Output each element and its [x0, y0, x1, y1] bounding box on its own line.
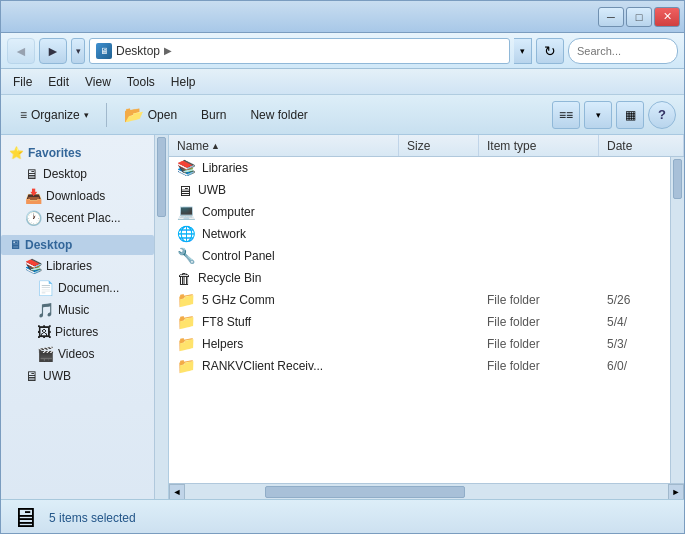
back-button[interactable]: ◄ [7, 38, 35, 64]
nav-documents[interactable]: 📄 Documen... [1, 277, 154, 299]
nav-dropdown-button[interactable]: ▾ [71, 38, 85, 64]
file-item-uwb[interactable]: 🖥 UWB [169, 179, 670, 201]
file-item-5ghz[interactable]: 📁 5 GHz Comm File folder 5/26 [169, 289, 670, 311]
maximize-button[interactable]: □ [626, 7, 652, 27]
videos-nav-icon: 🎬 [37, 346, 54, 362]
desktop-nav-icon: 🖥 [25, 166, 39, 182]
file-header: Name ▲ Size Item type Date [169, 135, 684, 157]
nav-libraries-label: Libraries [46, 259, 92, 273]
search-input[interactable] [577, 45, 685, 57]
file-item-name-ft8: 📁 FT8 Stuff [169, 313, 399, 331]
file-item-network[interactable]: 🌐 Network [169, 223, 670, 245]
h-scroll-right-button[interactable]: ► [668, 484, 684, 500]
close-button[interactable]: ✕ [654, 7, 680, 27]
title-bar-buttons: ─ □ ✕ [598, 7, 680, 27]
col-header-size[interactable]: Size [399, 135, 479, 156]
file-item-name-uwb: 🖥 UWB [169, 182, 399, 199]
favorites-label: Favorites [28, 146, 81, 160]
documents-nav-icon: 📄 [37, 280, 54, 296]
path-arrow: ▶ [164, 45, 172, 56]
h-scroll-left-button[interactable]: ◄ [169, 484, 185, 500]
nav-scrollbar[interactable] [154, 135, 168, 499]
organize-label: Organize [31, 108, 80, 122]
address-path: 🖥 Desktop ▶ [89, 38, 510, 64]
file-item-type-helpers: File folder [479, 337, 599, 351]
file-item-rankv[interactable]: 📁 RANKVClient Receiv... File folder 6/0/ [169, 355, 670, 377]
file-item-name-computer: 💻 Computer [169, 203, 399, 221]
status-icon: 🖥 [11, 501, 39, 534]
refresh-button[interactable]: ↻ [536, 38, 564, 64]
address-bar: ◄ ► ▾ 🖥 Desktop ▶ ▾ ↻ 🔍 [1, 33, 684, 69]
nav-documents-label: Documen... [58, 281, 119, 295]
pictures-nav-icon: 🖼 [37, 324, 51, 340]
new-folder-button[interactable]: New folder [239, 99, 318, 131]
col-header-type[interactable]: Item type [479, 135, 599, 156]
burn-label: Burn [201, 108, 226, 122]
favorites-header[interactable]: ⭐ Favorites [1, 143, 154, 163]
address-dropdown-button[interactable]: ▾ [514, 38, 532, 64]
recent-nav-icon: 🕐 [25, 210, 42, 226]
status-text: 5 items selected [49, 511, 136, 525]
controlpanel-icon: 🔧 [177, 247, 196, 265]
menu-view[interactable]: View [77, 72, 119, 92]
organize-dropdown-icon: ▾ [84, 110, 89, 120]
file-item-libraries[interactable]: 📚 Libraries [169, 157, 670, 179]
file-item-helpers[interactable]: 📁 Helpers File folder 5/3/ [169, 333, 670, 355]
h-scrollbar[interactable]: ◄ ► [169, 483, 684, 499]
preview-button[interactable]: ▦ [616, 101, 644, 129]
help-button[interactable]: ? [648, 101, 676, 129]
view-list-button[interactable]: ≡≡ [552, 101, 580, 129]
file-item-computer[interactable]: 💻 Computer [169, 201, 670, 223]
file-scrollbar-thumb[interactable] [673, 159, 682, 199]
view-dropdown-button[interactable]: ▾ [584, 101, 612, 129]
nav-panel: ⭐ Favorites 🖥 Desktop 📥 Downloads 🕐 Rece… [1, 135, 169, 499]
h-scroll-thumb[interactable] [265, 486, 465, 498]
file-item-recyclebin[interactable]: 🗑 Recycle Bin [169, 267, 670, 289]
file-item-date-5ghz: 5/26 [599, 293, 670, 307]
file-item-controlpanel[interactable]: 🔧 Control Panel [169, 245, 670, 267]
nav-downloads[interactable]: 📥 Downloads [1, 185, 154, 207]
open-label: Open [148, 108, 177, 122]
file-item-name-libraries: 📚 Libraries [169, 159, 399, 177]
menu-tools[interactable]: Tools [119, 72, 163, 92]
menu-edit[interactable]: Edit [40, 72, 77, 92]
file-scrollbar[interactable] [670, 157, 684, 483]
menu-file[interactable]: File [5, 72, 40, 92]
desktop-tree-header[interactable]: 🖥 Desktop [1, 235, 154, 255]
search-box: 🔍 [568, 38, 678, 64]
nav-libraries[interactable]: 📚 Libraries [1, 255, 154, 277]
file-item-type-rankv: File folder [479, 359, 599, 373]
col-header-name[interactable]: Name ▲ [169, 135, 399, 156]
organize-icon: ≡ [20, 108, 27, 122]
burn-button[interactable]: Burn [190, 99, 237, 131]
nav-desktop[interactable]: 🖥 Desktop [1, 163, 154, 185]
open-icon: 📂 [124, 105, 144, 124]
nav-pictures[interactable]: 🖼 Pictures [1, 321, 154, 343]
network-icon: 🌐 [177, 225, 196, 243]
nav-music[interactable]: 🎵 Music [1, 299, 154, 321]
favorites-icon: ⭐ [9, 146, 24, 160]
open-button[interactable]: 📂 Open [113, 99, 188, 131]
file-item-name-5ghz: 📁 5 GHz Comm [169, 291, 399, 309]
nav-scrollbar-thumb[interactable] [157, 137, 166, 217]
file-item-ft8[interactable]: 📁 FT8 Stuff File folder 5/4/ [169, 311, 670, 333]
nav-recent[interactable]: 🕐 Recent Plac... [1, 207, 154, 229]
helpers-icon: 📁 [177, 335, 196, 353]
downloads-nav-icon: 📥 [25, 188, 42, 204]
libraries-nav-icon: 📚 [25, 258, 42, 274]
path-icon: 🖥 [96, 43, 112, 59]
forward-button[interactable]: ► [39, 38, 67, 64]
music-nav-icon: 🎵 [37, 302, 54, 318]
file-item-name-network: 🌐 Network [169, 225, 399, 243]
toolbar-right: ≡≡ ▾ ▦ ? [552, 101, 676, 129]
col-header-date[interactable]: Date [599, 135, 684, 156]
nav-videos[interactable]: 🎬 Videos [1, 343, 154, 365]
file-item-name-helpers: 📁 Helpers [169, 335, 399, 353]
menu-help[interactable]: Help [163, 72, 204, 92]
nav-uwb[interactable]: 🖥 UWB [1, 365, 154, 387]
toolbar-separator-1 [106, 103, 107, 127]
uwb-icon: 🖥 [177, 182, 192, 199]
toolbar: ≡ Organize ▾ 📂 Open Burn New folder ≡≡ ▾… [1, 95, 684, 135]
minimize-button[interactable]: ─ [598, 7, 624, 27]
organize-button[interactable]: ≡ Organize ▾ [9, 99, 100, 131]
